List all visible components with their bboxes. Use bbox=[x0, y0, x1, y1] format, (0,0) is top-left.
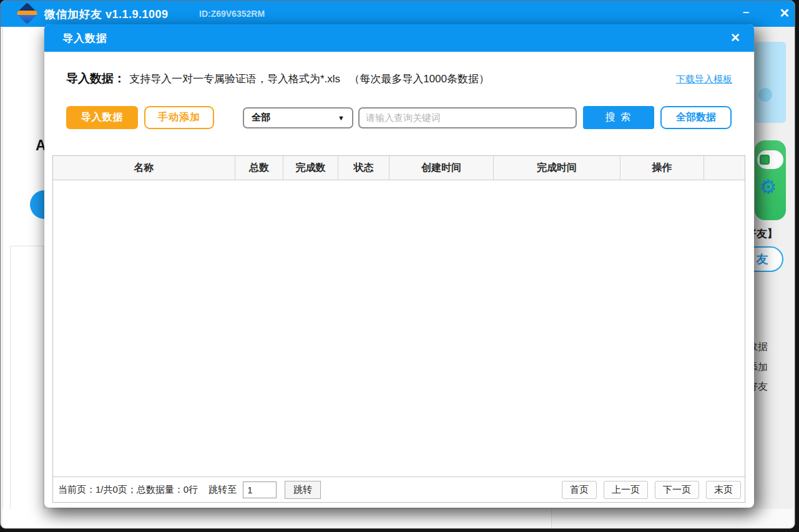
background-left-bordered-panel bbox=[10, 246, 44, 528]
background-bubble-icon bbox=[758, 88, 772, 102]
data-table: 名称 总数 完成数 状态 创建时间 完成时间 操作 当前页：1/共0页；总数据量… bbox=[52, 155, 745, 503]
minimize-button[interactable]: – bbox=[735, 1, 757, 26]
app-window: A ⚙ 好友】 友 数据 添加 好友 微信加好友 v1.1.9.1009 ID:… bbox=[0, 0, 795, 529]
col-header-created-time: 创建时间 bbox=[390, 156, 494, 180]
table-body-empty bbox=[53, 180, 745, 476]
window-close-button[interactable]: ✕ bbox=[772, 1, 795, 26]
first-page-button[interactable]: 首页 bbox=[562, 481, 597, 499]
jump-to-label: 跳转至 bbox=[208, 484, 237, 496]
download-template-link[interactable]: 下载导入模板 bbox=[676, 74, 732, 85]
import-data-dialog: 导入数据 ✕ 导入数据： 支持导入一对一专属验证语，导入格式为*.xls （每次… bbox=[44, 24, 754, 508]
all-data-button[interactable]: 全部数据 bbox=[660, 106, 732, 129]
background-bottom-panel bbox=[2, 509, 551, 528]
filter-select-value: 全部 bbox=[252, 112, 270, 123]
titlebar: 微信加好友 v1.1.9.1009 ID:Z69V6352RM – ✕ bbox=[1, 1, 795, 27]
background-qr-panel bbox=[755, 42, 786, 123]
page-info: 当前页：1/共0页；总数据量：0行 bbox=[58, 484, 198, 496]
col-header-actions: 操作 bbox=[620, 156, 704, 180]
toolbar: 导入数据 手动添加 全部 ▼ 搜 索 全部数据 bbox=[44, 106, 754, 129]
last-page-button[interactable]: 末页 bbox=[706, 481, 741, 499]
col-header-total: 总数 bbox=[235, 156, 283, 180]
filter-select[interactable]: 全部 ▼ bbox=[243, 107, 353, 128]
wechat-icon bbox=[760, 155, 770, 165]
jump-button[interactable]: 跳转 bbox=[285, 481, 321, 499]
app-logo-icon bbox=[16, 2, 38, 24]
pagination: 首页 上一页 下一页 末页 bbox=[555, 481, 741, 499]
next-page-button[interactable]: 下一页 bbox=[655, 481, 699, 499]
info-bold-label: 导入数据： bbox=[66, 70, 125, 87]
import-data-button[interactable]: 导入数据 bbox=[66, 106, 138, 129]
col-header-finished-time: 完成时间 bbox=[494, 156, 620, 180]
info-line: 导入数据： 支持导入一对一专属验证语，导入格式为*.xls （每次最多导入100… bbox=[44, 70, 754, 87]
col-header-empty bbox=[704, 156, 745, 180]
search-button[interactable]: 搜 索 bbox=[583, 106, 654, 129]
table-footer: 当前页：1/共0页；总数据量：0行 跳转至 跳转 首页 上一页 下一页 末页 bbox=[53, 476, 745, 502]
background-add-friend-label: 友 bbox=[757, 251, 768, 268]
table-header-row: 名称 总数 完成数 状态 创建时间 完成时间 操作 bbox=[53, 156, 745, 180]
screen: A ⚙ 好友】 友 数据 添加 好友 微信加好友 v1.1.9.1009 ID:… bbox=[0, 0, 799, 532]
jump-page-input[interactable] bbox=[243, 481, 277, 498]
info-note: （每次最多导入1000条数据） bbox=[349, 72, 489, 86]
col-header-completed: 完成数 bbox=[283, 156, 338, 180]
dialog-body: 导入数据： 支持导入一对一专属验证语，导入格式为*.xls （每次最多导入100… bbox=[44, 52, 754, 508]
dialog-header: 导入数据 ✕ bbox=[44, 24, 754, 52]
app-id: ID:Z69V6352RM bbox=[199, 9, 265, 19]
dialog-title: 导入数据 bbox=[62, 31, 107, 46]
chevron-down-icon: ▼ bbox=[338, 114, 345, 122]
gear-icon[interactable]: ⚙ bbox=[759, 175, 776, 197]
manual-add-button[interactable]: 手动添加 bbox=[144, 106, 214, 129]
app-title: 微信加好友 v1.1.9.1009 bbox=[44, 7, 169, 22]
dialog-close-button[interactable]: ✕ bbox=[725, 28, 745, 48]
info-text: 支持导入一对一专属验证语，导入格式为*.xls bbox=[129, 72, 340, 86]
col-header-name: 名称 bbox=[53, 156, 235, 180]
prev-page-button[interactable]: 上一页 bbox=[604, 481, 648, 499]
search-input[interactable] bbox=[358, 107, 577, 128]
background-bottom-panel-right bbox=[551, 509, 793, 528]
col-header-status: 状态 bbox=[338, 156, 390, 180]
